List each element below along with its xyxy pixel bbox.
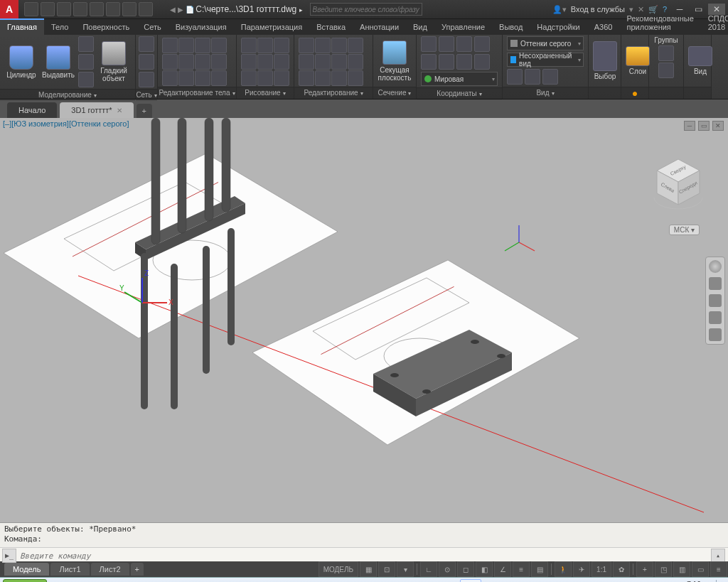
modify-btn[interactable] bbox=[331, 54, 347, 70]
qat-open[interactable] bbox=[41, 2, 55, 16]
status-gear-icon[interactable]: ✿ bbox=[613, 561, 630, 577]
solidedit-btn[interactable] bbox=[178, 38, 194, 53]
status-model-button[interactable]: МОДЕЛЬ bbox=[318, 561, 358, 577]
ribbon-tab-spds[interactable]: СПДС 2018 bbox=[701, 11, 728, 35]
taskbar-app[interactable] bbox=[346, 579, 368, 582]
panel-title-layers[interactable]: ● bbox=[621, 87, 648, 99]
modify-btn[interactable] bbox=[331, 38, 347, 53]
qat-redo[interactable] bbox=[122, 2, 136, 16]
modify-btn[interactable] bbox=[299, 70, 314, 86]
coord-btn[interactable] bbox=[456, 54, 472, 70]
visual-style-combo[interactable]: Оттенки серого bbox=[507, 36, 584, 50]
add-tab-button[interactable]: + bbox=[136, 104, 152, 118]
status-qp-icon[interactable]: ▥ bbox=[673, 561, 690, 577]
view-panel-button[interactable]: Вид bbox=[688, 46, 712, 75]
qat-save[interactable] bbox=[57, 2, 71, 16]
status-snap-icon[interactable]: ⊡ bbox=[378, 561, 395, 577]
status-iso-icon[interactable]: ◳ bbox=[655, 561, 672, 577]
status-osnap-icon[interactable]: ◻ bbox=[457, 561, 474, 577]
layout-tab-2[interactable]: Лист2 bbox=[91, 563, 129, 576]
taskbar-monitor[interactable] bbox=[369, 579, 390, 582]
qat-more[interactable] bbox=[139, 2, 153, 16]
taskbar-chrome[interactable] bbox=[187, 579, 208, 582]
ucs-combo[interactable]: Мировая bbox=[421, 72, 498, 86]
ribbon-tab-manage[interactable]: Управление bbox=[434, 20, 492, 35]
signin-link[interactable]: Вход в службы bbox=[571, 5, 625, 14]
status-scale[interactable]: 1:1 bbox=[592, 561, 611, 577]
command-recent-icon[interactable]: ▴ bbox=[711, 549, 725, 563]
layout-tab-model[interactable]: Модель bbox=[4, 563, 49, 576]
solidedit-btn[interactable] bbox=[178, 54, 194, 70]
taskbar-autocad[interactable]: A bbox=[460, 579, 481, 582]
close-tab-icon[interactable]: ✕ bbox=[117, 107, 122, 114]
taskbar-app[interactable] bbox=[278, 579, 299, 582]
ucs-label[interactable]: МСК ▾ bbox=[669, 225, 700, 235]
taskbar-app[interactable] bbox=[255, 579, 277, 582]
coord-btn[interactable] bbox=[439, 54, 454, 70]
start-button[interactable]: Пуск bbox=[3, 579, 47, 582]
modify-btn[interactable] bbox=[315, 38, 331, 53]
orbit-icon[interactable] bbox=[709, 311, 722, 324]
coord-btn[interactable] bbox=[456, 36, 472, 52]
modify-btn[interactable] bbox=[331, 70, 347, 86]
ribbon-tab-mesh[interactable]: Сеть bbox=[136, 20, 168, 35]
modify-btn[interactable] bbox=[299, 38, 314, 53]
draw-btn[interactable] bbox=[257, 54, 273, 70]
status-3dosnap-icon[interactable]: ◧ bbox=[476, 561, 493, 577]
ribbon-tab-parametric[interactable]: Параметризация bbox=[234, 20, 309, 35]
solidedit-btn[interactable] bbox=[162, 70, 178, 86]
loft-button[interactable] bbox=[78, 54, 94, 70]
modify-btn[interactable] bbox=[315, 70, 331, 86]
status-dynamic-icon[interactable]: ▾ bbox=[397, 561, 414, 577]
solidedit-btn[interactable] bbox=[162, 54, 178, 70]
modify-btn[interactable] bbox=[315, 54, 331, 70]
doc-tab-start[interactable]: Начало bbox=[7, 102, 57, 118]
draw-btn[interactable] bbox=[257, 38, 273, 53]
steering-wheel-icon[interactable] bbox=[709, 260, 722, 273]
draw-btn[interactable] bbox=[274, 38, 289, 53]
taskbar-app[interactable] bbox=[164, 579, 186, 582]
command-input[interactable] bbox=[18, 551, 709, 561]
revolve-button[interactable] bbox=[78, 36, 94, 52]
status-polar-icon[interactable]: ⊙ bbox=[439, 561, 456, 577]
doc-tab-drawing[interactable]: 3D1 готттт*✕ bbox=[60, 102, 133, 118]
view-btn[interactable] bbox=[525, 69, 540, 85]
taskbar-excel[interactable] bbox=[119, 579, 140, 582]
solidedit-btn[interactable] bbox=[195, 54, 210, 70]
solidedit-btn[interactable] bbox=[195, 38, 210, 53]
zoom-icon[interactable] bbox=[709, 294, 722, 307]
panel-title-modeling[interactable]: Моделирование▾ bbox=[0, 89, 135, 101]
ribbon-tab-home[interactable]: Главная bbox=[0, 18, 44, 35]
view-btn[interactable] bbox=[507, 69, 523, 85]
help-search[interactable] bbox=[310, 3, 422, 16]
coord-btn[interactable] bbox=[421, 36, 437, 52]
layout-tab-1[interactable]: Лист1 bbox=[50, 563, 89, 576]
layers-button[interactable]: Слои bbox=[626, 46, 650, 75]
ribbon-tab-surface[interactable]: Поверхность bbox=[75, 20, 136, 35]
canvas[interactable]: X Y Z bbox=[0, 118, 728, 522]
smooth-button[interactable]: Гладкий объект bbox=[97, 41, 131, 82]
taskbar-folder[interactable] bbox=[437, 579, 459, 582]
layout-tab-add[interactable]: + bbox=[131, 563, 144, 576]
sweep-button[interactable] bbox=[78, 72, 94, 87]
ribbon-tab-visualize[interactable]: Визуализация bbox=[168, 20, 234, 35]
status-clean-icon[interactable]: ▭ bbox=[692, 561, 709, 577]
panel-title-modify[interactable]: Редактирование▾ bbox=[294, 87, 373, 99]
pan-icon[interactable] bbox=[709, 277, 722, 290]
panel-title-solidedit[interactable]: Редактирование тела▾ bbox=[158, 87, 236, 99]
draw-btn[interactable] bbox=[241, 70, 257, 86]
status-walk-icon[interactable]: 🚶 bbox=[555, 561, 572, 577]
taskbar-word[interactable] bbox=[96, 579, 117, 582]
ribbon-tab-insert[interactable]: Вставка bbox=[309, 20, 353, 35]
viewcube[interactable]: Сверху Слева Спереди bbox=[650, 153, 707, 210]
modify-btn[interactable] bbox=[348, 38, 363, 53]
draw-btn[interactable] bbox=[274, 54, 289, 70]
status-ortho-icon[interactable]: ∟ bbox=[420, 561, 437, 577]
status-lwt-icon[interactable]: ≡ bbox=[513, 561, 530, 577]
section-plane-button[interactable]: Секущая плоскость bbox=[378, 41, 412, 82]
ribbon-tab-addins[interactable]: Надстройки bbox=[530, 20, 587, 35]
solidedit-btn[interactable] bbox=[178, 70, 194, 86]
taskbar-visio[interactable] bbox=[232, 579, 254, 582]
extrude-button[interactable]: Выдавить bbox=[41, 45, 75, 79]
ribbon-tab-solid[interactable]: Тело bbox=[44, 20, 76, 35]
